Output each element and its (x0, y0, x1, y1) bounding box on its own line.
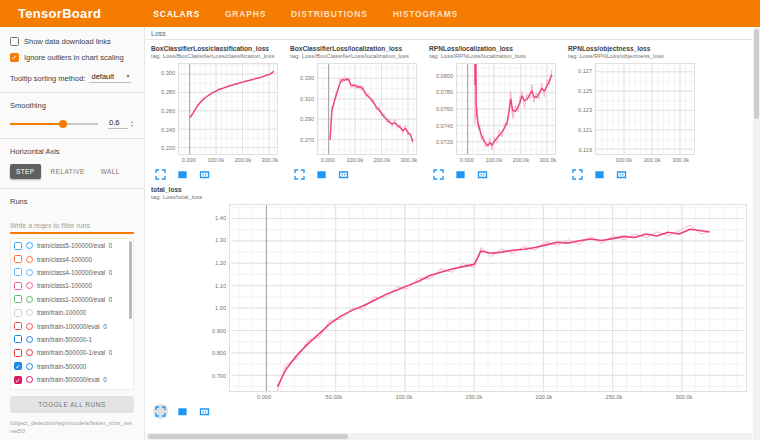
chart-card-classification-loss: BoxClassifierLoss/classification_loss ta… (151, 45, 284, 182)
run-checkbox[interactable] (14, 335, 22, 343)
run-isolate-toggle[interactable] (26, 282, 33, 289)
log-scale-icon[interactable] (314, 167, 329, 182)
fit-domain-icon[interactable] (197, 404, 212, 419)
run-name: train/class5-100000/eval_0 (37, 242, 112, 249)
checkbox[interactable] (10, 37, 19, 46)
run-checkbox[interactable] (14, 295, 22, 303)
toggle-all-runs-button[interactable]: TOGGLE ALL RUNS (10, 396, 134, 413)
tab-histograms[interactable]: HISTOGRAMS (391, 5, 460, 23)
run-name: train/train-500000-1/eval_0 (37, 349, 112, 356)
run-list-item[interactable]: train/class4-100000 (11, 252, 133, 265)
tooltip-sorting-dropdown[interactable]: default ▾ (89, 72, 131, 83)
run-isolate-toggle[interactable] (26, 269, 33, 276)
run-list-item[interactable]: train/class5-100000/eval_0 (11, 239, 133, 252)
fit-domain-icon[interactable] (614, 167, 629, 182)
chart-tag: tag: Loss/BoxClassifierLoss/classificati… (151, 53, 284, 59)
fit-domain-icon[interactable] (336, 167, 351, 182)
axis-button-step[interactable]: STEP (10, 164, 41, 179)
run-checkbox[interactable] (14, 255, 22, 263)
run-list-item[interactable]: ✓train/train-500000 (11, 360, 133, 373)
expand-icon[interactable] (431, 167, 446, 182)
x-axis-labels: 0.000100.0k200.0k300.0k (317, 155, 417, 164)
smoothing-value[interactable]: 0.6 (108, 118, 128, 129)
run-isolate-toggle[interactable] (26, 336, 33, 343)
x-tick-label: 300.0k (400, 157, 417, 163)
run-list-item[interactable]: train/class4-100000/eval_0 (11, 266, 133, 279)
y-tick-label: 0.310 (300, 96, 314, 102)
chart-plot[interactable] (456, 63, 556, 155)
run-list-item[interactable]: train/class1-100000 (11, 279, 133, 292)
x-tick-label: 0.000 (182, 157, 196, 163)
run-list-item[interactable]: train/class1-100000/eval_0 (11, 293, 133, 306)
run-list-item[interactable]: train/train-500000-1 (11, 333, 133, 346)
scalars-dashboard: Loss BoxClassifierLoss/classification_lo… (146, 27, 752, 440)
divider (0, 92, 144, 93)
checkbox-label: Ignore outliers in chart scaling (24, 53, 124, 62)
log-scale-icon[interactable] (592, 167, 607, 182)
chart-toolbar (153, 404, 752, 419)
horizontal-scrollbar[interactable] (146, 433, 752, 440)
run-isolate-toggle[interactable] (26, 376, 33, 383)
expand-icon[interactable] (153, 167, 168, 182)
run-isolate-toggle[interactable] (26, 349, 33, 356)
y-tick-label: 0.0800 (436, 73, 453, 79)
run-isolate-toggle[interactable] (26, 296, 33, 303)
y-tick-label: 0.127 (578, 68, 592, 74)
run-checkbox[interactable] (14, 309, 22, 317)
run-isolate-toggle[interactable] (26, 242, 33, 249)
chart-plot[interactable] (229, 204, 747, 392)
run-isolate-toggle[interactable] (26, 323, 33, 330)
vertical-scrollbar[interactable] (753, 27, 760, 440)
chart-plot[interactable] (178, 63, 278, 155)
chart-title: BoxClassifierLoss/localization_loss (290, 45, 423, 52)
chart-plot[interactable] (595, 63, 695, 155)
axis-button-relative[interactable]: RELATIVE (45, 164, 91, 179)
run-list-item[interactable]: train/train-500000-1/eval_0 (11, 346, 133, 359)
runs-filter-input[interactable] (10, 220, 134, 234)
log-scale-icon[interactable] (453, 167, 468, 182)
x-tick-label: 200.0k (644, 157, 661, 163)
y-axis-labels: 1.401.301.201.101.000.9000.8000.700 (151, 204, 229, 392)
fit-domain-icon[interactable] (197, 167, 212, 182)
x-tick-label: 300.0k (672, 157, 689, 163)
axis-button-wall[interactable]: WALL (95, 164, 126, 179)
chart-tag: tag: Loss/BoxClassifierLoss/localization… (290, 53, 423, 59)
slider-knob[interactable] (59, 120, 67, 128)
run-list-item[interactable]: ✓train/train-500000/eval_0 (11, 373, 133, 386)
expand-icon[interactable] (292, 167, 307, 182)
log-scale-icon[interactable] (175, 404, 190, 419)
divider (0, 188, 144, 189)
divider (0, 138, 144, 139)
category-header[interactable]: Loss (146, 27, 752, 40)
tab-scalars[interactable]: SCALARS (151, 5, 202, 23)
expand-icon[interactable] (570, 167, 585, 182)
run-checkbox[interactable] (14, 268, 22, 276)
run-isolate-toggle[interactable] (26, 256, 33, 263)
run-isolate-toggle[interactable] (26, 363, 33, 370)
run-checkbox[interactable] (14, 242, 22, 250)
run-checkbox[interactable] (14, 322, 22, 330)
run-checkbox[interactable]: ✓ (14, 376, 22, 384)
y-tick-label: 1.10 (215, 283, 226, 289)
log-scale-icon[interactable] (175, 167, 190, 182)
run-isolate-toggle[interactable] (26, 309, 33, 316)
stepper-arrows-icon[interactable]: ▲▼ (130, 120, 134, 127)
smoothing-slider[interactable] (10, 119, 98, 129)
run-checkbox[interactable]: ✓ (14, 362, 22, 370)
run-checkbox[interactable] (14, 282, 22, 290)
run-list-item[interactable]: train/train-100000 (11, 306, 133, 319)
run-name: train/train-500000/eval_0 (37, 376, 107, 383)
y-tick-label: 0.280 (161, 89, 175, 95)
run-checkbox[interactable] (14, 349, 22, 357)
run-name: train/train-100000/eval_0 (37, 323, 107, 330)
x-tick-label: 300.0k (539, 157, 556, 163)
chart-plot[interactable] (317, 63, 417, 155)
y-tick-label: 1.20 (215, 260, 226, 266)
expand-icon[interactable] (153, 404, 168, 419)
run-list-item[interactable]: train/train-100000/eval_0 (11, 319, 133, 332)
fit-domain-icon[interactable] (475, 167, 490, 182)
tab-distributions[interactable]: DISTRIBUTIONS (289, 5, 370, 23)
tab-graphs[interactable]: GRAPHS (223, 5, 268, 23)
checkbox[interactable]: ✓ (10, 53, 19, 62)
runs-list-scrollbar[interactable] (129, 241, 132, 319)
